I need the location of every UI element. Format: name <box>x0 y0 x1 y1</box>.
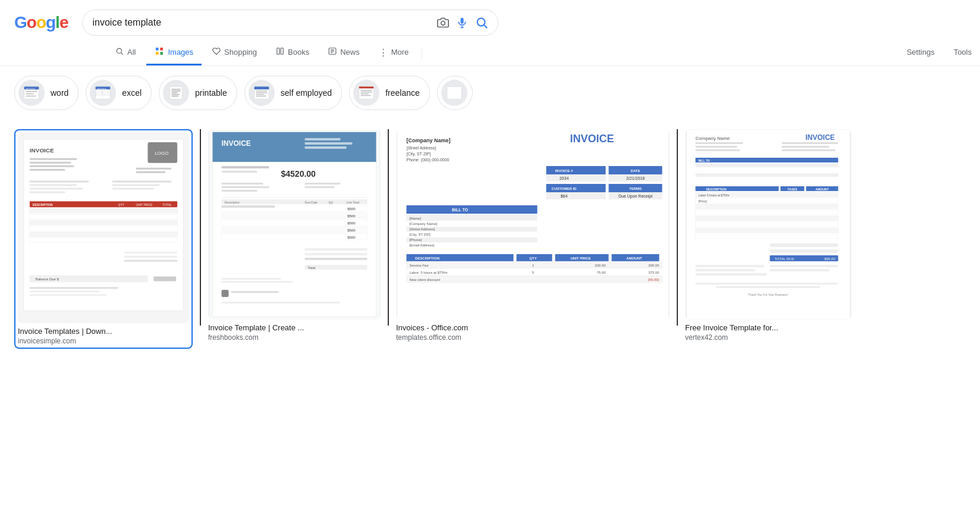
result-card-4[interactable]: Company Name INVOICE BILL TO <box>685 129 852 349</box>
result-card-3[interactable]: [Company Name] [Street Address] [City, S… <box>396 129 670 349</box>
svg-rect-13 <box>281 48 283 55</box>
svg-rect-67 <box>136 171 166 173</box>
suggestion-word[interactable]: INVOICE word <box>14 76 78 110</box>
svg-rect-84 <box>30 226 177 231</box>
image-grid: INVOICE LOGO <box>0 120 980 358</box>
svg-text:[Price]: [Price] <box>699 199 708 203</box>
svg-text:UNIT PRICE: UNIT PRICE <box>136 204 153 207</box>
camera-search-button[interactable] <box>437 17 449 29</box>
svg-text:AMOUNT: AMOUNT <box>816 187 829 191</box>
svg-rect-47 <box>256 96 266 96</box>
svg-rect-208 <box>696 173 838 177</box>
camera-icon <box>437 17 449 29</box>
books-icon <box>276 47 284 57</box>
svg-text:LOGO: LOGO <box>155 151 168 156</box>
result-card-1[interactable]: INVOICE LOGO <box>14 129 193 349</box>
tab-books[interactable]: Books <box>268 41 318 65</box>
svg-text:INVOICE: INVOICE <box>98 88 107 90</box>
svg-rect-86 <box>30 238 177 243</box>
google-logo[interactable]: Google <box>14 13 68 32</box>
svg-rect-110 <box>305 186 335 188</box>
svg-text:[Company Name]: [Company Name] <box>407 137 451 143</box>
svg-text:DATE: DATE <box>631 169 640 173</box>
suggestion-printable[interactable]: printable <box>159 76 237 110</box>
svg-rect-112 <box>222 199 368 204</box>
svg-text:[Email Address]: [Email Address] <box>410 243 435 247</box>
svg-text:$500: $500 <box>347 207 356 211</box>
svg-rect-106 <box>222 183 263 185</box>
tab-settings[interactable]: Settings <box>899 42 943 64</box>
svg-rect-104 <box>222 171 257 173</box>
svg-rect-200 <box>696 149 740 151</box>
svg-rect-85 <box>30 232 177 237</box>
svg-rect-49 <box>359 87 374 99</box>
result-thumb-4: Company Name INVOICE BILL TO <box>685 129 852 320</box>
svg-rect-148 <box>546 174 606 182</box>
svg-rect-204 <box>696 158 838 162</box>
svg-rect-207 <box>696 168 838 172</box>
tab-images[interactable]: Images <box>146 40 202 65</box>
svg-rect-21 <box>26 91 37 92</box>
suggestion-freelance[interactable]: freelance <box>349 76 430 110</box>
svg-rect-62 <box>30 158 77 160</box>
svg-rect-209 <box>696 178 838 182</box>
svg-rect-52 <box>361 92 372 92</box>
svg-rect-202 <box>782 146 830 148</box>
svg-rect-130 <box>305 258 368 260</box>
svg-rect-11 <box>156 52 159 55</box>
svg-rect-236 <box>696 283 838 284</box>
svg-rect-95 <box>30 294 106 296</box>
search-input[interactable] <box>92 17 437 28</box>
svg-point-4 <box>478 18 485 26</box>
svg-rect-103 <box>222 166 269 168</box>
svg-text:$64: $64 <box>561 194 568 198</box>
svg-text:INVOICE: INVOICE <box>26 88 36 90</box>
svg-rect-68 <box>30 181 89 183</box>
search-icons <box>437 16 488 29</box>
svg-rect-88 <box>124 256 177 258</box>
svg-rect-43 <box>254 87 269 90</box>
svg-rect-203 <box>782 149 835 151</box>
svg-text:200.00: 200.00 <box>595 264 606 267</box>
svg-rect-51 <box>361 90 372 90</box>
suggestion-excel-label: excel <box>122 88 142 98</box>
svg-text:AMOUNT: AMOUNT <box>626 257 642 260</box>
images-icon <box>155 46 164 58</box>
svg-rect-218 <box>696 198 838 203</box>
svg-rect-234 <box>770 265 838 267</box>
all-icon <box>115 47 124 57</box>
vertical-divider-3 <box>677 129 678 326</box>
svg-rect-8 <box>156 48 159 51</box>
svg-rect-64 <box>30 165 74 167</box>
tab-images-label: Images <box>168 48 193 57</box>
tab-news[interactable]: News <box>320 41 368 65</box>
svg-text:[City, ST ZIP]: [City, ST ZIP] <box>410 233 431 236</box>
svg-rect-227 <box>770 249 838 253</box>
svg-rect-87 <box>124 252 177 254</box>
suggestion-excel[interactable]: INVOICE excel <box>86 76 152 110</box>
svg-rect-122 <box>222 220 368 226</box>
result-card-2[interactable]: INVOICE $4520.00 Descr <box>208 129 381 349</box>
tab-shopping[interactable]: Shopping <box>204 41 265 65</box>
search-bar <box>82 10 498 36</box>
svg-rect-129 <box>305 253 368 255</box>
voice-search-button[interactable] <box>456 17 468 29</box>
suggestion-self-employed[interactable]: self employed <box>244 76 342 110</box>
svg-text:Labor 5 hours at $75/hr: Labor 5 hours at $75/hr <box>699 193 730 197</box>
svg-rect-137 <box>222 302 341 304</box>
svg-text:Labor: 5 hours at $75/hr: Labor: 5 hours at $75/hr <box>410 271 448 274</box>
svg-rect-128 <box>305 248 368 251</box>
tab-tools[interactable]: Tools <box>946 42 980 64</box>
suggestion-thumb-e <box>441 80 467 106</box>
suggestion-e[interactable]: e <box>437 76 473 110</box>
tab-more[interactable]: ⋮ More <box>370 41 417 65</box>
svg-rect-126 <box>222 234 368 240</box>
svg-text:[Company Name]: [Company Name] <box>410 222 438 226</box>
tab-all[interactable]: All <box>107 41 144 65</box>
svg-text:UNIT PRICE: UNIT PRICE <box>570 257 590 260</box>
svg-text:2/21/2018: 2/21/2018 <box>626 176 645 180</box>
search-button[interactable] <box>475 16 488 29</box>
svg-text:Phone: (000) 000-0000: Phone: (000) 000-0000 <box>407 158 450 162</box>
news-icon <box>328 47 337 57</box>
svg-text:BILL TO: BILL TO <box>452 208 469 212</box>
